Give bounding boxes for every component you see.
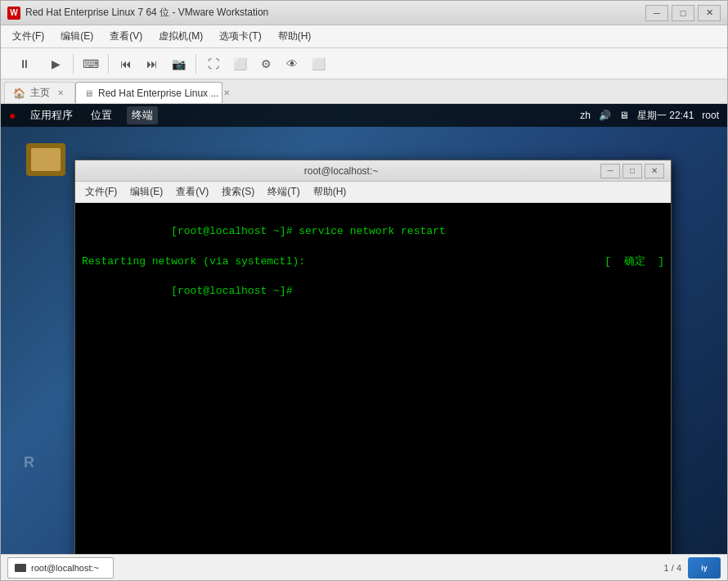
toolbar-snapshot2[interactable]: ⏭	[140, 52, 164, 75]
desktop-folder-icon[interactable]	[17, 143, 74, 176]
terminal-maximize-btn[interactable]: □	[622, 164, 642, 178]
term-menu-edit[interactable]: 编辑(E)	[124, 182, 169, 201]
terminal-menu: 文件(F) 编辑(E) 查看(V) 搜索(S) 终端(T) 帮助(H)	[75, 182, 671, 203]
terminal-content[interactable]: [root@localhost ~]# service network rest…	[75, 203, 671, 554]
vmware-window: W Red Hat Enterprise Linux 7 64 位 - VMwa…	[0, 0, 728, 581]
terminal-line-3: [root@localhost ~]#	[82, 269, 664, 314]
bottom-vm-label: root@localhost:~	[31, 563, 99, 573]
gnome-menu-terminal[interactable]: 终端	[127, 106, 158, 124]
toolbar-snapshot3[interactable]: 📷	[166, 52, 191, 75]
close-button[interactable]: ✕	[698, 5, 721, 21]
gnome-lang[interactable]: zh	[580, 110, 591, 121]
rhel-desktop: ● 应用程序 位置 终端 zh 🔊 🖥 星期一 22:41 root	[1, 104, 727, 554]
toolbar-unity[interactable]: ⬜	[227, 52, 252, 75]
gnome-topbar: ● 应用程序 位置 终端 zh 🔊 🖥 星期一 22:41 root	[1, 104, 727, 127]
bottom-vm-icon	[15, 564, 26, 572]
tab-home-label: 主页	[30, 86, 50, 100]
toolbar-sep2	[108, 54, 109, 74]
term-menu-terminal[interactable]: 终端(T)	[261, 182, 306, 201]
menu-file[interactable]: 文件(F)	[4, 26, 52, 47]
redhat-logo-icon: ●	[9, 109, 16, 122]
terminal-restarting-text: Restarting network (via systemctl):	[82, 254, 318, 269]
terminal-line-2: Restarting network (via systemctl): [ 确定…	[82, 254, 664, 269]
bottom-vm-tab[interactable]: root@localhost:~	[7, 557, 114, 579]
title-bar-controls: ─ □ ✕	[645, 5, 721, 21]
terminal-titlebar: root@localhost:~ ─ □ ✕	[75, 160, 671, 182]
toolbar-view[interactable]: 👁	[280, 52, 304, 75]
toolbar-btn-arrow[interactable]: ▶	[43, 52, 68, 75]
vmware-bottombar: root@localhost:~ 1 / 4 iy	[1, 554, 727, 580]
tab-vm-close[interactable]: ✕	[223, 88, 230, 99]
terminal-title: root@localhost:~	[82, 165, 600, 177]
menu-tabs[interactable]: 选项卡(T)	[211, 26, 269, 47]
toolbar-sep1	[73, 54, 74, 74]
gnome-volume-icon: 🔊	[599, 110, 611, 121]
gnome-network-icon: 🖥	[619, 110, 629, 121]
tab-home-close[interactable]: ✕	[55, 88, 66, 99]
gnome-datetime[interactable]: 星期一 22:41	[637, 109, 694, 123]
terminal-prompt-1: [root@localhost ~]#	[171, 225, 299, 237]
menu-edit[interactable]: 编辑(E)	[52, 26, 101, 47]
gnome-menu-apps[interactable]: 应用程序	[27, 106, 76, 124]
menu-view[interactable]: 查看(V)	[101, 26, 151, 47]
menu-vm[interactable]: 虚拟机(M)	[151, 26, 211, 47]
vm-icon: 🖥	[84, 88, 93, 98]
terminal-command-1: service network restart	[299, 225, 445, 237]
menu-help[interactable]: 帮助(H)	[270, 26, 320, 47]
vmware-menu-bar: 文件(F) 编辑(E) 查看(V) 虚拟机(M) 选项卡(T) 帮助(H)	[1, 25, 727, 48]
maximize-button[interactable]: □	[672, 5, 694, 21]
term-menu-view[interactable]: 查看(V)	[169, 182, 215, 201]
home-icon: 🏠	[13, 88, 25, 99]
tab-home[interactable]: 🏠 主页 ✕	[4, 82, 75, 103]
minimize-button[interactable]: ─	[645, 5, 668, 21]
tab-vm[interactable]: 🖥 Red Hat Enterprise Linux ... ✕	[75, 82, 222, 103]
term-menu-help[interactable]: 帮助(H)	[307, 182, 353, 201]
folder-image	[26, 143, 65, 176]
terminal-line-1: [root@localhost ~]# service network rest…	[82, 209, 664, 254]
tab-vm-label: Red Hat Enterprise Linux ...	[98, 88, 218, 99]
page-indicator: 1 / 4	[664, 563, 681, 573]
watermark-logo: iy	[688, 557, 721, 579]
terminal-minimize-btn[interactable]: ─	[600, 164, 620, 178]
title-bar-text: Red Hat Enterprise Linux 7 64 位 - VMware…	[25, 6, 645, 20]
toolbar-sep3	[195, 54, 196, 74]
vmware-icon: W	[7, 7, 20, 20]
desktop-r-letter: R	[24, 454, 34, 471]
toolbar-snapshot[interactable]: ⏮	[114, 52, 138, 75]
title-bar: W Red Hat Enterprise Linux 7 64 位 - VMwa…	[1, 1, 727, 25]
toolbar-more[interactable]: ⬜	[306, 52, 330, 75]
toolbar-power-btn[interactable]: ⏸	[7, 52, 42, 75]
gnome-user[interactable]: root	[702, 110, 719, 121]
tabs-area: 🏠 主页 ✕ 🖥 Red Hat Enterprise Linux ... ✕	[1, 79, 727, 104]
terminal-ok-status: [ 确定 ]	[604, 254, 664, 269]
terminal-close-btn[interactable]: ✕	[645, 164, 664, 178]
gnome-menu-places[interactable]: 位置	[88, 106, 115, 124]
bottom-right-info: 1 / 4 iy	[664, 557, 721, 579]
gnome-topbar-left: ● 应用程序 位置 终端	[9, 106, 158, 124]
term-menu-search[interactable]: 搜索(S)	[215, 182, 261, 201]
desktop-content: R root@localhost:~ ─ □ ✕ 文件(F)	[1, 127, 727, 554]
terminal-title-buttons: ─ □ ✕	[600, 164, 664, 178]
toolbar-prefs[interactable]: ⚙	[254, 52, 278, 75]
toolbar-fullscreen[interactable]: ⛶	[201, 52, 226, 75]
vmware-toolbar: ⏸ ▶ ⌨ ⏮ ⏭ 📷 ⛶ ⬜ ⚙ 👁 ⬜	[1, 48, 727, 79]
terminal-prompt-2: [root@localhost ~]#	[171, 285, 299, 297]
gnome-topbar-right: zh 🔊 🖥 星期一 22:41 root	[580, 109, 719, 123]
terminal-window: root@localhost:~ ─ □ ✕ 文件(F) 编辑(E) 查看(V)…	[74, 160, 672, 554]
guest-area: ● 应用程序 位置 终端 zh 🔊 🖥 星期一 22:41 root	[1, 104, 727, 554]
toolbar-send-keys[interactable]: ⌨	[79, 52, 103, 75]
term-menu-file[interactable]: 文件(F)	[79, 182, 124, 201]
